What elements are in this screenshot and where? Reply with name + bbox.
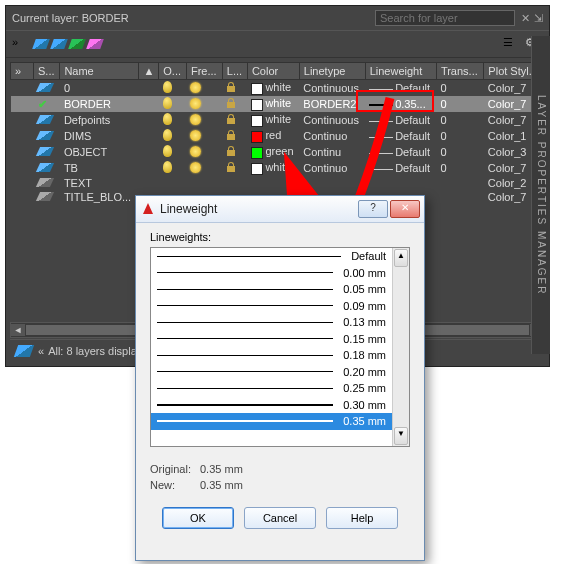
- lineweight-cell[interactable]: Default: [365, 144, 436, 160]
- layer-table[interactable]: » S... Name ▲ O... Fre... L... Color Lin…: [10, 62, 545, 204]
- transparency-cell[interactable]: [436, 190, 483, 204]
- col-on[interactable]: O...: [159, 63, 187, 80]
- bulb-icon[interactable]: [163, 161, 172, 173]
- layer-name: DIMS: [60, 128, 139, 144]
- transparency-cell[interactable]: 0: [436, 96, 483, 112]
- sun-icon[interactable]: [190, 98, 201, 109]
- lock-icon[interactable]: [226, 162, 236, 172]
- sun-icon[interactable]: [190, 114, 201, 125]
- layer-states-icon[interactable]: ☰: [503, 36, 521, 52]
- list-item[interactable]: 0.05 mm: [151, 281, 392, 298]
- bulb-icon[interactable]: [163, 97, 172, 109]
- color-swatch[interactable]: [251, 131, 263, 143]
- lineweight-label: 0.05 mm: [343, 283, 386, 295]
- bulb-icon[interactable]: [163, 145, 172, 157]
- table-row[interactable]: OBJECTgreenContinuDefault0Color_3: [11, 144, 545, 160]
- set-current-icon[interactable]: [86, 39, 104, 49]
- lineweight-cell[interactable]: [365, 176, 436, 190]
- new-layer-icon[interactable]: [32, 39, 50, 49]
- scroll-down-icon[interactable]: ▼: [394, 427, 408, 445]
- col-freeze[interactable]: Fre...: [186, 63, 222, 80]
- search-input[interactable]: [375, 10, 515, 26]
- cancel-button[interactable]: Cancel: [244, 507, 316, 529]
- list-item[interactable]: 0.25 mm: [151, 380, 392, 397]
- lock-icon[interactable]: [226, 130, 236, 140]
- scroll-up-icon[interactable]: ▲: [394, 249, 408, 267]
- col-linetype[interactable]: Linetype: [299, 63, 365, 80]
- table-row[interactable]: DefpointswhiteContinuousDefault0Color_7: [11, 112, 545, 128]
- transparency-cell[interactable]: 0: [436, 160, 483, 176]
- table-row[interactable]: 0whiteContinuousDefault0Color_7: [11, 80, 545, 97]
- table-row[interactable]: TBwhiteContinuoDefault0Color_7: [11, 160, 545, 176]
- transparency-cell[interactable]: [436, 176, 483, 190]
- layer-filter-icon[interactable]: [14, 345, 34, 357]
- new-layer-vp-icon[interactable]: [50, 39, 68, 49]
- list-item[interactable]: 0.18 mm: [151, 347, 392, 364]
- expand-tree-icon[interactable]: »: [12, 36, 30, 52]
- bulb-icon[interactable]: [163, 113, 172, 125]
- scroll-left-icon[interactable]: ◄: [11, 324, 25, 336]
- linetype-cell[interactable]: Continuous: [299, 112, 365, 128]
- color-swatch[interactable]: [251, 115, 263, 127]
- lock-icon[interactable]: [226, 146, 236, 156]
- lineweight-cell[interactable]: Default: [365, 128, 436, 144]
- lineweight-list[interactable]: Default0.00 mm0.05 mm0.09 mm0.13 mm0.15 …: [150, 247, 410, 447]
- lock-icon[interactable]: [226, 98, 236, 108]
- lock-icon[interactable]: [226, 114, 236, 124]
- list-item[interactable]: Default: [151, 248, 392, 265]
- table-row[interactable]: TEXTColor_2: [11, 176, 545, 190]
- col-name[interactable]: Name: [60, 63, 139, 80]
- help-icon[interactable]: ?: [358, 200, 388, 218]
- list-scrollbar[interactable]: ▲ ▼: [392, 248, 409, 446]
- lineweight-cell[interactable]: 0.35...: [365, 96, 436, 112]
- list-item[interactable]: 0.00 mm: [151, 265, 392, 282]
- lineweight-cell[interactable]: Default: [365, 80, 436, 97]
- col-lock[interactable]: L...: [222, 63, 247, 80]
- collapse-icon[interactable]: ⇲: [534, 12, 543, 25]
- transparency-cell[interactable]: 0: [436, 128, 483, 144]
- lineweight-cell[interactable]: Default: [365, 160, 436, 176]
- transparency-cell[interactable]: 0: [436, 112, 483, 128]
- lineweight-bar: [157, 371, 333, 372]
- list-item[interactable]: 0.30 mm: [151, 397, 392, 414]
- list-item[interactable]: 0.20 mm: [151, 364, 392, 381]
- color-swatch[interactable]: [251, 99, 263, 111]
- transparency-cell[interactable]: 0: [436, 80, 483, 97]
- linetype-cell[interactable]: Continuous: [299, 80, 365, 97]
- color-swatch[interactable]: [251, 163, 263, 175]
- dialog-titlebar[interactable]: Lineweight ? ✕: [136, 196, 424, 223]
- delete-layer-icon[interactable]: [68, 39, 86, 49]
- col-lineweight[interactable]: Lineweight: [365, 63, 436, 80]
- lock-icon[interactable]: [226, 82, 236, 92]
- color-swatch[interactable]: [251, 83, 263, 95]
- close-icon[interactable]: ✕: [521, 12, 530, 25]
- col-color[interactable]: Color: [247, 63, 299, 80]
- color-swatch[interactable]: [251, 147, 263, 159]
- bulb-icon[interactable]: [163, 81, 172, 93]
- linetype-cell[interactable]: BORDER2: [299, 96, 365, 112]
- linetype-cell[interactable]: Continuo: [299, 160, 365, 176]
- ok-button[interactable]: OK: [162, 507, 234, 529]
- table-header[interactable]: » S... Name ▲ O... Fre... L... Color Lin…: [11, 63, 545, 80]
- sun-icon[interactable]: [190, 146, 201, 157]
- list-item[interactable]: 0.13 mm: [151, 314, 392, 331]
- col-trans[interactable]: Trans...: [436, 63, 483, 80]
- linetype-cell[interactable]: Continu: [299, 144, 365, 160]
- layer-icon: [35, 115, 53, 124]
- list-item[interactable]: 0.35 mm: [151, 413, 392, 430]
- table-row[interactable]: ✔BORDERwhiteBORDER20.35...0Color_7: [11, 96, 545, 112]
- linetype-cell[interactable]: [299, 176, 365, 190]
- sun-icon[interactable]: [190, 82, 201, 93]
- linetype-cell[interactable]: Continuo: [299, 128, 365, 144]
- lineweight-cell[interactable]: Default: [365, 112, 436, 128]
- list-item[interactable]: 0.15 mm: [151, 331, 392, 348]
- bulb-icon[interactable]: [163, 129, 172, 141]
- help-button[interactable]: Help: [326, 507, 398, 529]
- close-icon[interactable]: ✕: [390, 200, 420, 218]
- transparency-cell[interactable]: 0: [436, 144, 483, 160]
- col-status[interactable]: S...: [34, 63, 60, 80]
- sun-icon[interactable]: [190, 130, 201, 141]
- sun-icon[interactable]: [190, 162, 201, 173]
- table-row[interactable]: DIMSredContinuoDefault0Color_1: [11, 128, 545, 144]
- list-item[interactable]: 0.09 mm: [151, 298, 392, 315]
